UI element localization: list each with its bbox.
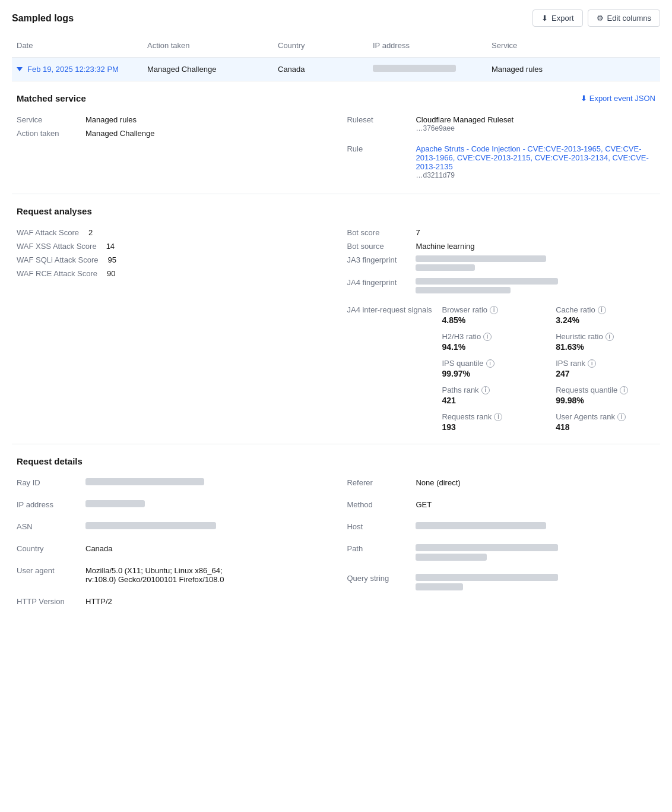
row-date[interactable]: Feb 19, 2025 12:23:32 PM	[12, 62, 142, 76]
rule-hash: …d3211d79	[416, 171, 655, 179]
http-version-label: HTTP Version	[17, 597, 76, 606]
ja3-field: JA3 fingerprint	[347, 253, 655, 276]
query-string-label: Query string	[347, 574, 406, 583]
h2h3-ratio-metric: H2/H3 ratio i 94.1%	[442, 332, 541, 352]
cache-ratio-metric: Cache ratio i 3.24%	[556, 305, 655, 325]
ips-quantile-label: IPS quantile i	[442, 359, 541, 368]
requests-rank-value: 193	[442, 422, 541, 432]
requests-quantile-metric: Requests quantile i 99.98%	[556, 386, 655, 405]
requests-rank-metric: Requests rank i 193	[442, 412, 541, 432]
bot-score-value: 7	[416, 228, 420, 237]
export-label: Export	[551, 14, 574, 23]
metrics-grid: Browser ratio i 4.85% Cache ratio i	[442, 305, 655, 432]
user-agent-value: Mozilla/5.0 (X11; Ubuntu; Linux x86_64; …	[85, 566, 252, 584]
ja4-blur-2	[416, 287, 511, 293]
bot-source-label: Bot source	[347, 242, 406, 251]
service-label: Service	[17, 115, 76, 124]
requests-rank-info-icon[interactable]: i	[494, 413, 502, 421]
col-service: Service	[487, 39, 660, 52]
waf-scores: WAF Attack Score 2 WAF XSS Attack Score …	[17, 226, 323, 432]
requests-quantile-label: Requests quantile i	[556, 386, 655, 394]
paths-rank-info-icon[interactable]: i	[481, 386, 490, 394]
request-analyses-section: Request analyses WAF Attack Score 2 WAF …	[12, 194, 660, 444]
waf-attack-label: WAF Attack Score	[17, 228, 79, 237]
request-analyses-body: WAF Attack Score 2 WAF XSS Attack Score …	[17, 226, 655, 432]
ruleset-label: Ruleset	[347, 115, 406, 124]
user-agent-label: User agent	[17, 566, 76, 575]
row-service: Managed rules	[487, 62, 660, 76]
edit-columns-button[interactable]: ⚙ Edit columns	[588, 10, 660, 27]
path-blurred-group	[416, 544, 558, 561]
cache-ratio-info-icon[interactable]: i	[598, 306, 606, 314]
heuristic-ratio-label: Heuristic ratio i	[556, 332, 655, 341]
matched-service-body: Service Managed rules Action taken Manag…	[17, 113, 655, 182]
export-button[interactable]: ⬇ Export	[532, 10, 583, 27]
browser-ratio-metric: Browser ratio i 4.85%	[442, 305, 541, 325]
ips-rank-label: IPS rank i	[556, 359, 655, 368]
country-label: Country	[17, 544, 76, 553]
waf-xss-label: WAF XSS Attack Score	[17, 242, 97, 251]
user-agents-rank-info-icon[interactable]: i	[617, 413, 626, 421]
ips-quantile-info-icon[interactable]: i	[486, 359, 495, 368]
ip-blurred	[373, 65, 456, 72]
heuristic-ratio-info-icon[interactable]: i	[606, 333, 614, 341]
page-title: Sampled logs	[12, 13, 74, 24]
user-agents-rank-value: 418	[556, 422, 655, 432]
ruleset-id: …376e9aee	[416, 124, 513, 132]
bot-score-label: Bot score	[347, 228, 406, 237]
export-event-json-link[interactable]: ⬇ Export event JSON	[581, 94, 655, 103]
action-label: Action taken	[17, 129, 76, 138]
action-field: Action taken Managed Challenge	[17, 127, 323, 140]
waf-sqli-value: 95	[108, 255, 116, 264]
user-agent-field: User agent Mozilla/5.0 (X11; Ubuntu; Lin…	[17, 564, 323, 586]
asn-label: ASN	[17, 522, 76, 531]
ips-rank-info-icon[interactable]: i	[588, 359, 596, 368]
ja3-blur-2	[416, 264, 475, 271]
h2h3-ratio-info-icon[interactable]: i	[483, 333, 492, 341]
path-label: Path	[347, 544, 406, 553]
method-label: Method	[347, 500, 406, 509]
path-field: Path	[347, 542, 655, 563]
bot-signals: Bot score 7 Bot source Machine learning …	[323, 226, 655, 432]
edit-columns-label: Edit columns	[607, 14, 651, 23]
ips-quantile-value: 99.97%	[442, 369, 541, 378]
ja4-label: JA4 fingerprint	[347, 278, 406, 287]
asn-field: ASN	[17, 520, 323, 533]
date-value: Feb 19, 2025 12:23:32 PM	[27, 65, 119, 74]
request-details-header: Request details	[17, 456, 655, 466]
requests-quantile-value: 99.98%	[556, 396, 655, 405]
ruleset-field: Ruleset Cloudflare Managed Ruleset …376e…	[347, 113, 655, 135]
browser-ratio-info-icon[interactable]: i	[490, 306, 498, 314]
paths-rank-metric: Paths rank i 421	[442, 386, 541, 405]
ja4-blurred	[416, 278, 558, 296]
download-icon-small: ⬇	[581, 94, 587, 103]
referer-field: Referer None (direct)	[347, 476, 655, 489]
request-analyses-header: Request analyses	[17, 206, 655, 216]
h2h3-ratio-value: 94.1%	[442, 342, 541, 352]
ja3-blurred	[416, 255, 546, 273]
row-ip	[368, 62, 487, 76]
http-version-field: HTTP Version HTTP/2	[17, 595, 323, 608]
table-row[interactable]: Feb 19, 2025 12:23:32 PM Managed Challen…	[12, 58, 660, 81]
ip-address-field: IP address	[17, 498, 323, 511]
rule-link[interactable]: Apache Struts - Code Injection - CVE:CVE…	[416, 144, 655, 171]
browser-ratio-value: 4.85%	[442, 315, 541, 325]
bot-score-field: Bot score 7	[347, 226, 655, 239]
ip-blurred-detail	[85, 500, 145, 507]
header-buttons: ⬇ Export ⚙ Edit columns	[532, 10, 660, 27]
query-blurred-group	[416, 574, 558, 590]
ray-id-field: Ray ID	[17, 476, 323, 489]
rule-value-group: Apache Struts - Code Injection - CVE:CVE…	[416, 144, 655, 179]
waf-attack-field: WAF Attack Score 2	[17, 226, 323, 239]
requests-quantile-info-icon[interactable]: i	[620, 386, 628, 394]
col-country: Country	[273, 39, 368, 52]
waf-xss-value: 14	[106, 242, 115, 251]
export-json-label: Export event JSON	[589, 94, 655, 103]
ja4-blur-1	[416, 278, 558, 285]
user-agents-rank-label: User Agents rank i	[556, 412, 655, 421]
ja4-inter-signals: JA4 inter-request signals Browser ratio …	[347, 305, 655, 432]
waf-xss-field: WAF XSS Attack Score 14	[17, 239, 323, 253]
heuristic-ratio-value: 81.63%	[556, 342, 655, 352]
path-blur-1	[416, 544, 558, 551]
query-blur-2	[416, 583, 463, 590]
